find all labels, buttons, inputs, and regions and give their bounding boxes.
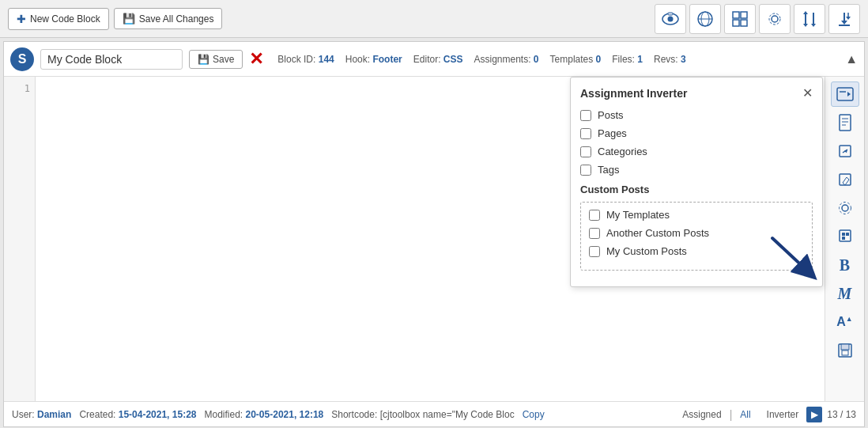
save-disk-sidebar-icon[interactable] [831, 338, 859, 363]
top-toolbar: ✚ New Code Block 💾 Save All Changes [0, 0, 868, 38]
svg-rect-44 [842, 350, 848, 355]
svg-line-35 [843, 183, 844, 184]
svg-rect-6 [733, 12, 739, 18]
panel-title: Assignment Inverter [580, 87, 687, 100]
floppy-icon: 💾 [123, 13, 135, 25]
tags-checkbox[interactable] [580, 165, 591, 176]
categories-checkbox[interactable] [580, 146, 591, 157]
plus-icon: ✚ [17, 13, 26, 25]
svg-point-1 [668, 16, 674, 21]
editor-label: Editor: CSS [413, 54, 463, 65]
svg-marker-13 [803, 11, 808, 14]
footer-bar: User: Damian Created: 15-04-2021, 15:28 … [4, 401, 864, 426]
svg-rect-8 [733, 20, 739, 26]
user-text: User: Damian [12, 409, 71, 420]
pencil-sidebar-icon[interactable] [831, 167, 859, 192]
font-sidebar-icon[interactable]: A▲ [831, 309, 859, 335]
modified-text: Modified: 20-05-2021, 12:18 [204, 409, 323, 420]
svg-rect-38 [840, 230, 851, 241]
checkbox-tags: Tags [580, 164, 813, 176]
revs-link[interactable]: 3 [681, 54, 686, 65]
assignment-sidebar-icon[interactable] [831, 81, 859, 107]
save-label: Save [213, 54, 234, 65]
copy-link[interactable]: Copy [523, 409, 545, 420]
files-label: Files: 1 [612, 54, 643, 65]
save-button[interactable]: 💾 Save [189, 50, 243, 69]
svg-rect-7 [741, 12, 747, 18]
created-date: 15-04-2021, 15:28 [119, 409, 197, 420]
checkbox-another-custom-posts: Another Custom Posts [589, 227, 804, 239]
svg-marker-18 [841, 21, 847, 25]
flag-sidebar-icon[interactable] [831, 224, 859, 249]
settings-sidebar-icon[interactable] [831, 195, 859, 221]
another-custom-posts-checkbox[interactable] [589, 228, 600, 239]
templates-link[interactable]: 0 [596, 54, 602, 65]
sort-icon [802, 10, 817, 28]
pagination-prev-btn[interactable]: ▶ [806, 407, 822, 422]
page-sidebar-icon[interactable] [831, 110, 859, 135]
svg-rect-39 [842, 233, 845, 236]
new-code-block-button[interactable]: ✚ New Code Block [8, 8, 109, 30]
edit-sidebar-icon[interactable] [831, 138, 859, 164]
checkbox-pages: Pages [580, 127, 813, 139]
toolbar-icon-group [655, 4, 860, 34]
checkbox-my-templates: My Templates [589, 209, 804, 221]
eye-icon [662, 12, 679, 26]
footer-pagination: ▶ 13 / 13 [806, 407, 856, 422]
import-icon-btn[interactable] [828, 4, 860, 34]
svg-rect-40 [846, 233, 849, 236]
svg-marker-14 [803, 24, 808, 27]
pages-label: Pages [598, 127, 627, 139]
svg-point-11 [769, 13, 780, 25]
assignments-link[interactable]: 0 [534, 54, 539, 65]
custom-posts-box: My Templates Another Custom Posts My Cus… [580, 202, 813, 271]
line-number-1: 1 [9, 83, 30, 94]
modified-date: 20-05-2021, 12:18 [246, 409, 324, 420]
block-name-input[interactable] [40, 49, 183, 70]
save-all-changes-button[interactable]: 💾 Save All Changes [114, 8, 223, 29]
editor-link[interactable]: CSS [443, 54, 463, 65]
my-custom-posts-checkbox[interactable] [589, 246, 600, 257]
block-id-link[interactable]: 144 [319, 54, 334, 65]
panel-close-button[interactable]: ✕ [802, 87, 813, 100]
eye-icon-btn[interactable] [655, 4, 686, 34]
bold-letter: B [840, 256, 850, 275]
files-link[interactable]: 1 [637, 54, 643, 65]
pagination-count: 13 / 13 [827, 409, 856, 420]
svg-marker-33 [843, 149, 848, 153]
pages-checkbox[interactable] [580, 128, 591, 139]
a-letter: A▲ [836, 315, 852, 329]
assignment-panel: Assignment Inverter ✕ Posts Pages Catego… [570, 77, 823, 287]
m-sidebar-icon[interactable]: M [831, 281, 859, 306]
my-templates-label: My Templates [606, 209, 670, 221]
svg-point-10 [772, 16, 778, 22]
sub-toolbar: S 💾 Save ✕ Block ID: 144 Hook: Footer Ed… [4, 42, 864, 77]
custom-posts-section-label: Custom Posts [580, 184, 813, 195]
svg-point-37 [839, 203, 851, 214]
posts-checkbox[interactable] [580, 110, 591, 121]
shortcode-text: Shortcode: [cjtoolbox name="My Code Bloc [331, 409, 514, 420]
templates-label: Templates 0 [550, 54, 602, 65]
hook-link[interactable]: Footer [372, 54, 402, 65]
grid-icon-btn[interactable] [724, 4, 756, 34]
gear-icon-btn[interactable] [759, 4, 791, 34]
all-link[interactable]: All [740, 409, 750, 420]
meta-info: Block ID: 144 Hook: Footer Editor: CSS A… [277, 54, 685, 65]
editor-body: 1 Assignment Inverter ✕ Posts Pages Cate… [4, 77, 864, 401]
collapse-button[interactable]: ▲ [845, 52, 858, 66]
arrow-updown-icon-btn[interactable] [794, 4, 825, 34]
right-sidebar: B M A▲ [825, 77, 864, 401]
svg-rect-2 [668, 13, 673, 15]
svg-rect-41 [842, 237, 845, 240]
my-templates-checkbox[interactable] [589, 210, 600, 221]
cancel-button[interactable]: ✕ [249, 51, 263, 68]
bold-sidebar-icon[interactable]: B [831, 252, 859, 278]
globe-icon-btn[interactable] [689, 4, 721, 34]
assigned-label: Assigned [682, 409, 721, 420]
svg-marker-21 [846, 17, 851, 20]
posts-label: Posts [598, 109, 624, 121]
grid-icon [732, 11, 748, 27]
svg-rect-9 [741, 20, 747, 26]
block-id-label: Block ID: 144 [277, 54, 334, 65]
assignments-label: Assignments: 0 [474, 54, 538, 65]
